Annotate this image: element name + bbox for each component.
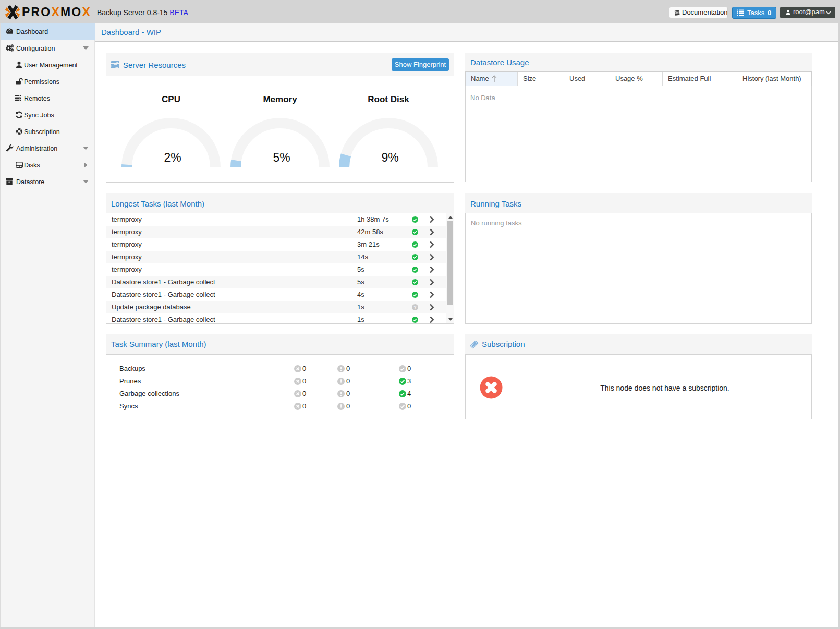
svg-text:?: ?	[414, 305, 417, 310]
